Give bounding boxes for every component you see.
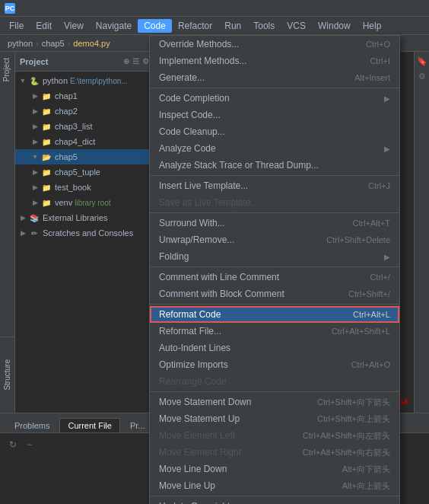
settings-icon[interactable]: ⚙ xyxy=(142,57,149,65)
tab-current-file[interactable]: Current File xyxy=(59,418,119,432)
menu-item-label-move_right: Move Element Right xyxy=(159,447,303,458)
menu-item-auto_indent[interactable]: Auto-Indent Lines xyxy=(150,340,399,356)
menu-item-label-reformat_file: Reformat File... xyxy=(159,326,332,337)
menu-separator xyxy=(150,266,399,267)
chap4-arrow: ▶ xyxy=(30,137,40,146)
tree-chap3[interactable]: ▶ 📁 chap3_list xyxy=(15,119,163,134)
menu-item-label-implement: Implement Methods... xyxy=(159,56,370,66)
menu-item-label-rearrange: Rearrange Code xyxy=(159,376,390,387)
menu-item-label-cleanup: Code Cleanup... xyxy=(159,126,390,137)
tree-chap1[interactable]: ▶ 📁 chap1 xyxy=(15,88,163,104)
menu-item-unwrap[interactable]: Unwrap/Remove...Ctrl+Shift+Delete xyxy=(150,231,399,248)
tree-chap2[interactable]: ▶ 📁 chap2 xyxy=(15,104,163,119)
menu-item-override[interactable]: Override Methods...Ctrl+O xyxy=(150,36,399,53)
menu-item-move_line_up[interactable]: Move Line UpAlt+向上箭头 xyxy=(150,477,399,494)
menu-item-folding[interactable]: Folding▶ xyxy=(150,248,399,265)
menu-item-reformat_code[interactable]: Reformat CodeCtrl+Alt+L xyxy=(150,306,399,323)
venv-label: venv xyxy=(55,198,72,207)
menu-vcs[interactable]: VCS xyxy=(281,19,312,33)
menu-run[interactable]: Run xyxy=(218,19,247,33)
folder-icon-chap5: 📂 xyxy=(41,152,52,162)
menu-file[interactable]: File xyxy=(3,19,30,33)
menu-item-comment_block[interactable]: Comment with Block CommentCtrl+Shift+/ xyxy=(150,285,399,302)
title-bar: PC xyxy=(0,0,429,17)
menu-item-save_template: Save as Live Template... xyxy=(150,194,399,211)
menu-item-analyze[interactable]: Analyze Code▶ xyxy=(150,140,399,157)
tree-scratches[interactable]: ▶ ✏ Scratches and Consoles xyxy=(15,225,163,241)
project-strip-tab[interactable]: Project xyxy=(0,52,14,88)
menu-separator xyxy=(150,212,399,213)
menu-item-move_left: Move Element LeftCtrl+Alt+Shift+向左箭头 xyxy=(150,427,399,444)
menu-item-generate[interactable]: Generate...Alt+Insert xyxy=(150,69,399,86)
breadcrumb-file[interactable]: demo4.py xyxy=(73,39,110,48)
breadcrumb-chap5[interactable]: chap5 xyxy=(42,39,65,48)
menu-navigate[interactable]: Navigate xyxy=(90,19,138,33)
list-icon[interactable]: ☰ xyxy=(132,57,139,65)
menu-help[interactable]: Help xyxy=(357,19,388,33)
menu-item-move_line_down[interactable]: Move Line DownAlt+向下箭头 xyxy=(150,461,399,477)
menu-window[interactable]: Window xyxy=(312,19,357,33)
menu-item-code_completion[interactable]: Code Completion▶ xyxy=(150,90,399,107)
project-panel-header: Project ⊕ ☰ ⚙ ✕ xyxy=(15,52,163,72)
menu-item-surround[interactable]: Surround With...Ctrl+Alt+T xyxy=(150,215,399,231)
structure-icon[interactable]: ⚙ xyxy=(416,70,428,82)
menu-item-shortcut-unwrap: Ctrl+Shift+Delete xyxy=(326,235,390,244)
testbook-arrow: ▶ xyxy=(30,183,40,192)
menu-item-move_up[interactable]: Move Statement UpCtrl+Shift+向上箭头 xyxy=(150,410,399,427)
menu-item-rearrange: Rearrange Code xyxy=(150,373,399,390)
tree-testbook[interactable]: ▶ 📁 test_book xyxy=(15,180,163,195)
tree-venv[interactable]: ▶ 📁 venv library root xyxy=(15,195,163,210)
tab-problems[interactable]: Problems xyxy=(6,418,58,432)
collapse-icon[interactable]: − xyxy=(23,438,37,451)
tree-chap5[interactable]: ▼ 📂 chap5 xyxy=(15,149,163,164)
menu-item-update_copyright[interactable]: Update Copyright... xyxy=(150,498,399,504)
folder-icon-chap3: 📁 xyxy=(41,121,52,132)
menu-item-label-optimize: Optimize Imports xyxy=(159,359,351,370)
tree-root-python[interactable]: ▼ 🐍 python E:\temp\python... xyxy=(15,73,163,88)
menu-item-shortcut-live_template: Ctrl+J xyxy=(368,181,390,190)
menu-item-comment_line[interactable]: Comment with Line CommentCtrl+/ xyxy=(150,269,399,285)
structure-tab[interactable]: Structure xyxy=(0,337,15,413)
venv-icon: 📁 xyxy=(41,197,52,208)
chap1-label: chap1 xyxy=(55,91,78,100)
menu-item-stacktrace[interactable]: Analyze Stack Trace or Thread Dump... xyxy=(150,157,399,174)
menu-item-implement[interactable]: Implement Methods...Ctrl+I xyxy=(150,53,399,69)
tree-chap4[interactable]: ▶ 📁 chap4_dict xyxy=(15,134,163,149)
chap3-label: chap3_list xyxy=(55,122,93,131)
menu-separator xyxy=(150,175,399,176)
tree-external-libs[interactable]: ▶ 📚 External Libraries xyxy=(15,210,163,225)
menu-item-label-surround: Surround With... xyxy=(159,218,352,228)
menu-item-shortcut-surround: Ctrl+Alt+T xyxy=(352,219,390,228)
menu-item-cleanup[interactable]: Code Cleanup... xyxy=(150,123,399,140)
project-panel-title: Project xyxy=(20,57,48,66)
menu-tools[interactable]: Tools xyxy=(247,19,281,33)
menu-item-label-inspect: Inspect Code... xyxy=(159,110,390,120)
breadcrumb-python[interactable]: python xyxy=(8,39,33,48)
menu-edit[interactable]: Edit xyxy=(30,19,58,33)
menu-item-optimize[interactable]: Optimize ImportsCtrl+Alt+O xyxy=(150,356,399,373)
menu-item-label-comment_line: Comment with Line Comment xyxy=(159,272,370,282)
menu-item-reformat_file[interactable]: Reformat File...Ctrl+Alt+Shift+L xyxy=(150,323,399,340)
menu-separator xyxy=(150,496,399,496)
menu-item-label-move_line_up: Move Line Up xyxy=(159,480,342,491)
menu-item-label-move_up: Move Statement Up xyxy=(159,413,317,424)
menu-refactor[interactable]: Refactor xyxy=(172,19,218,33)
menu-item-move_down[interactable]: Move Statement DownCtrl+Shift+向下箭头 xyxy=(150,394,399,410)
menu-item-shortcut-reformat_code: Ctrl+Alt+L xyxy=(353,310,390,319)
submenu-arrow-folding: ▶ xyxy=(384,253,390,261)
menu-view[interactable]: View xyxy=(58,19,90,33)
menu-code[interactable]: Code xyxy=(138,19,172,33)
menu-item-live_template[interactable]: Insert Live Template...Ctrl+J xyxy=(150,177,399,194)
sync-icon[interactable]: ⊕ xyxy=(123,57,129,65)
extlibs-arrow: ▶ xyxy=(18,213,27,222)
menu-item-label-folding: Folding xyxy=(159,251,381,262)
chap4-label: chap4_dict xyxy=(55,137,95,146)
bookmark-icon[interactable]: 🔖 xyxy=(416,55,428,67)
menu-item-inspect[interactable]: Inspect Code... xyxy=(150,107,399,123)
app-icon: PC xyxy=(5,3,15,14)
tree-chap5-tuple[interactable]: ▶ 📁 chap5_tuple xyxy=(15,164,163,180)
chap5-arrow: ▼ xyxy=(30,152,40,161)
extlibs-label: External Libraries xyxy=(43,213,108,222)
submenu-arrow-analyze: ▶ xyxy=(384,145,390,153)
refresh-icon[interactable]: ↻ xyxy=(6,438,20,451)
